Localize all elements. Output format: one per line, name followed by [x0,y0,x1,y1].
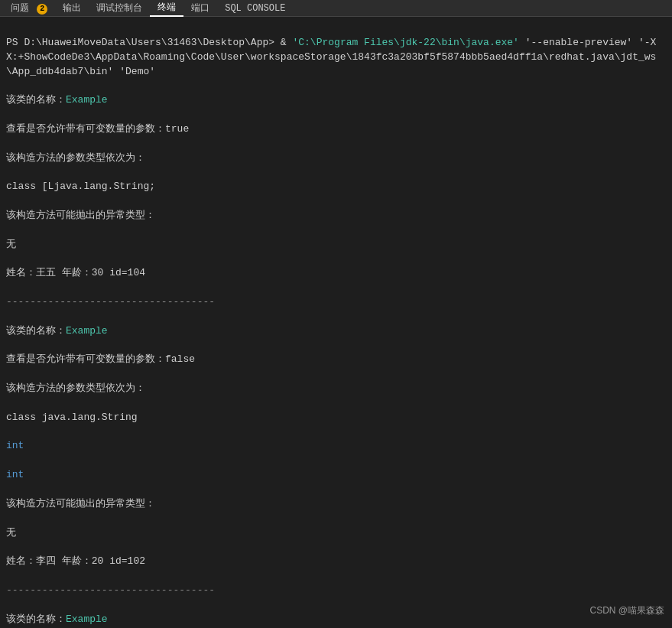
tab-issues-label: 问题 [11,3,29,14]
tab-sql-label: SQL CONSOLE [225,3,285,14]
output-line-5: 该构造方法可能抛出的异常类型： [6,209,666,223]
output-line-17: 该类的名称：Example [6,613,666,627]
tab-output-label: 输出 [63,3,81,14]
output-line-11: class java.lang.String [6,411,666,425]
output-line-15: 无 [6,526,666,541]
output-line-9: 查看是否允许带有可变数量的参数：false [6,353,666,367]
tab-debug-label: 调试控制台 [96,3,142,14]
tab-ports-label: 端口 [191,3,209,14]
output-line-1: 该类的名称：Example [6,93,666,108]
separator-1: ----------------------------------- [6,295,666,310]
watermark: CSDN @喵果森森 [589,604,664,617]
output-line-10: 该构造方法的参数类型依次为： [6,382,666,396]
output-line-12: int [6,439,666,454]
tab-sql[interactable]: SQL CONSOLE [217,2,293,15]
tab-terminal[interactable]: 终端 [150,0,183,17]
output-line-14: 该构造方法可能抛出的异常类型： [6,497,666,512]
terminal-output[interactable]: PS D:\HuaweiMoveData\Users\31463\Desktop… [0,17,672,628]
output-line-2: 查看是否允许带有可变数量的参数：true [6,122,666,137]
prompt: PS D:\HuaweiMoveData\Users\31463\Desktop… [6,37,274,48]
tab-issues-badge: 2 [37,4,47,15]
tab-debug[interactable]: 调试控制台 [89,0,150,16]
command-line: PS D:\HuaweiMoveData\Users\31463\Desktop… [6,36,666,80]
output-line-6: 无 [6,238,666,252]
output-line-16: 姓名：李四 年龄：20 id=102 [6,555,666,569]
output-line-8: 该类的名称：Example [6,324,666,339]
tab-issues[interactable]: 问题 2 [3,0,55,16]
separator-2: ----------------------------------- [6,584,666,598]
tab-terminal-label: 终端 [157,2,176,13]
tab-output[interactable]: 输出 [55,0,89,16]
output-line-7: 姓名：王五 年龄：30 id=104 [6,266,666,281]
output-line-13: int [6,468,666,483]
tab-ports[interactable]: 端口 [183,0,217,16]
output-line-3: 该构造方法的参数类型依次为： [6,151,666,166]
tab-bar: 问题 2 输出 调试控制台 终端 端口 SQL CONSOLE [0,0,672,17]
output-line-4: class [Ljava.lang.String; [6,180,666,194]
